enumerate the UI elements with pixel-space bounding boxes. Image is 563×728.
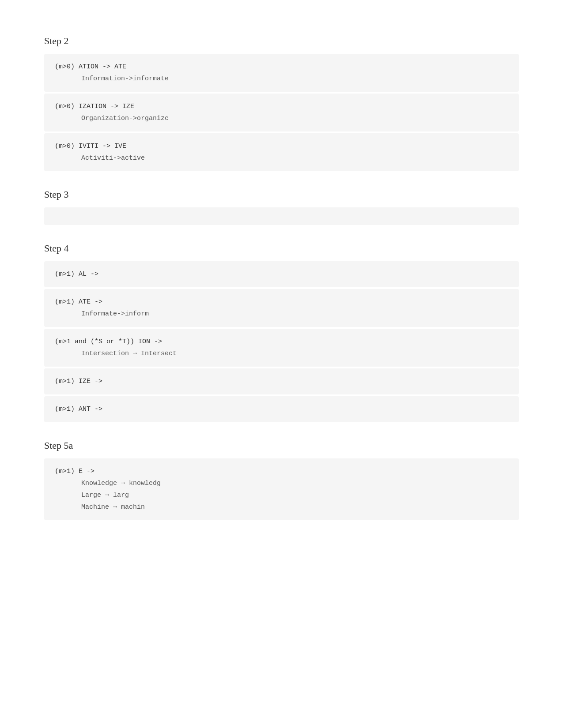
step3-heading: Step 3 xyxy=(44,189,519,200)
step4-block2: (m>1) ATE -> Informate->inform xyxy=(44,289,519,327)
step4-block4: (m>1) IZE -> xyxy=(44,368,519,394)
step3-section: Step 3 xyxy=(44,189,519,225)
step5a-rule1: (m>1) E -> xyxy=(55,465,508,477)
step5a-section: Step 5a (m>1) E -> Knowledge → knowledg … xyxy=(44,440,519,520)
step4-section: Step 4 (m>1) AL -> (m>1) ATE -> Informat… xyxy=(44,243,519,422)
step2-example2: Organization->organize xyxy=(55,113,508,124)
step4-rule2: (m>1) ATE -> xyxy=(55,296,508,308)
step2-block3: (m>0) IVITI -> IVE Activiti->active xyxy=(44,133,519,171)
step2-block1: (m>0) ATION -> ATE Information->informat… xyxy=(44,54,519,92)
step4-heading: Step 4 xyxy=(44,243,519,254)
step4-rule5: (m>1) ANT -> xyxy=(55,403,508,415)
step2-block2: (m>0) IZATION -> IZE Organization->organ… xyxy=(44,94,519,131)
step2-rule2: (m>0) IZATION -> IZE xyxy=(55,101,508,113)
step4-block5: (m>1) ANT -> xyxy=(44,396,519,422)
step3-empty-block xyxy=(44,207,519,225)
step2-rule1: (m>0) ATION -> ATE xyxy=(55,61,508,73)
step2-heading: Step 2 xyxy=(44,35,519,47)
step2-example1: Information->informate xyxy=(55,73,508,85)
step4-block1: (m>1) AL -> xyxy=(44,261,519,287)
step4-rule3: (m>1 and (*S or *T)) ION -> xyxy=(55,336,508,348)
step5a-example2: Large → larg xyxy=(55,489,508,501)
step5a-block1: (m>1) E -> Knowledge → knowledg Large → … xyxy=(44,458,519,520)
step4-rule4: (m>1) IZE -> xyxy=(55,375,508,387)
step4-rule1: (m>1) AL -> xyxy=(55,268,508,280)
step4-example3: Intersection → Intersect xyxy=(55,348,508,360)
step5a-example1: Knowledge → knowledg xyxy=(55,477,508,489)
step5a-example3: Machine → machin xyxy=(55,501,508,513)
step2-section: Step 2 (m>0) ATION -> ATE Information->i… xyxy=(44,35,519,171)
step2-rule3: (m>0) IVITI -> IVE xyxy=(55,140,508,152)
step5a-heading: Step 5a xyxy=(44,440,519,451)
step2-example3: Activiti->active xyxy=(55,152,508,164)
step4-block3: (m>1 and (*S or *T)) ION -> Intersection… xyxy=(44,329,519,367)
step4-example2: Informate->inform xyxy=(55,308,508,320)
